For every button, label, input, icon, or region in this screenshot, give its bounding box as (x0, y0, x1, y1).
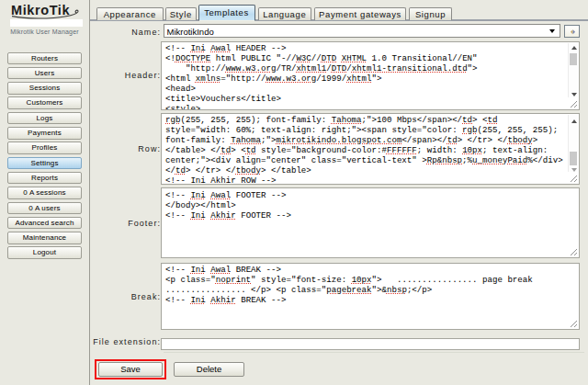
svg-text:MikroTik: MikroTik (11, 3, 70, 17)
